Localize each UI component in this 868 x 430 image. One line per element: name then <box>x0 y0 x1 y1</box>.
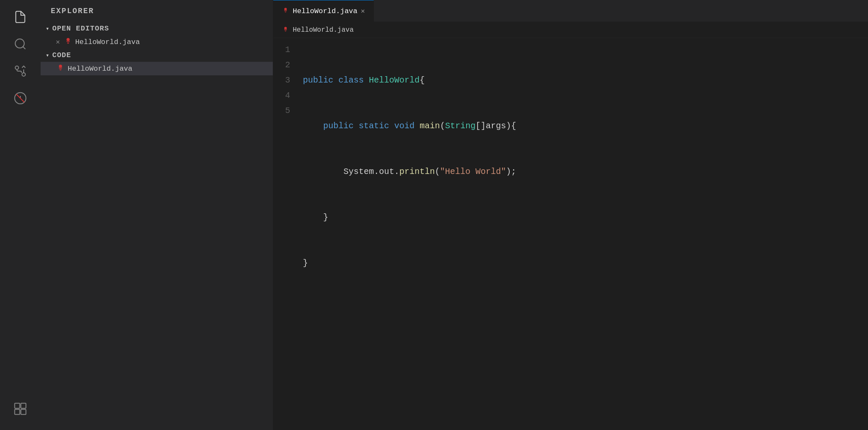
code-section[interactable]: ▾ CODE <box>41 49 273 62</box>
svg-rect-9 <box>15 403 20 408</box>
extensions-icon[interactable] <box>8 396 33 422</box>
code-line-3: System.out.println("Hello World"); <box>303 164 864 179</box>
svg-point-16 <box>284 27 287 29</box>
svg-point-3 <box>15 66 19 69</box>
source-control-icon[interactable] <box>8 58 33 84</box>
code-chevron: ▾ <box>46 52 49 59</box>
breadcrumb-java-icon <box>282 26 289 34</box>
tab-filename: HelloWorld.java <box>293 7 357 15</box>
open-editors-chevron: ▾ <box>46 25 49 32</box>
tab-java-icon <box>282 7 289 15</box>
svg-point-15 <box>284 8 287 11</box>
tab-bar: HelloWorld.java ✕ <box>273 0 868 22</box>
open-editor-filename: HelloWorld.java <box>75 38 140 46</box>
svg-line-8 <box>16 94 25 102</box>
line-numbers: 1 2 3 4 5 <box>273 42 299 430</box>
svg-point-13 <box>66 38 69 41</box>
editor-tab-helloworldjava[interactable]: HelloWorld.java ✕ <box>273 0 374 22</box>
open-editor-helloworldjava[interactable]: ✕ HelloWorld.java <box>41 35 273 49</box>
svg-point-14 <box>59 65 62 68</box>
code-file-filename: HelloWorld.java <box>68 65 132 73</box>
editor-area: HelloWorld.java ✕ HelloWorld.java 1 2 3 … <box>273 0 868 430</box>
svg-point-2 <box>22 73 25 76</box>
search-icon[interactable] <box>8 31 33 57</box>
sidebar: EXPLORER ▾ OPEN EDITORS ✕ HelloWorld.jav… <box>41 0 273 430</box>
activity-bar <box>0 0 41 430</box>
java-file-icon <box>63 37 73 47</box>
svg-rect-12 <box>21 409 26 414</box>
code-editor[interactable]: 1 2 3 4 5 public class HelloWorld{ publi… <box>273 38 868 430</box>
svg-rect-10 <box>21 403 26 408</box>
code-content[interactable]: public class HelloWorld{ public static v… <box>299 42 868 430</box>
code-line-1: public class HelloWorld{ <box>303 73 864 88</box>
svg-point-0 <box>15 39 24 48</box>
open-editors-section[interactable]: ▾ OPEN EDITORS <box>41 22 273 35</box>
open-editors-label: OPEN EDITORS <box>52 25 109 33</box>
svg-rect-11 <box>15 409 20 414</box>
sidebar-title: EXPLORER <box>41 0 273 22</box>
java-file-icon-2 <box>56 64 65 73</box>
code-section-label: CODE <box>52 51 71 59</box>
code-line-5: } <box>303 256 864 271</box>
tab-close-button[interactable]: ✕ <box>361 7 365 15</box>
breadcrumb: HelloWorld.java <box>273 22 868 38</box>
svg-line-1 <box>23 47 25 49</box>
code-line-2: public static void main(String[]args){ <box>303 119 864 134</box>
code-file-helloworldjava[interactable]: HelloWorld.java <box>41 62 273 75</box>
explorer-icon[interactable] <box>8 4 33 30</box>
debug-icon[interactable] <box>8 85 33 111</box>
breadcrumb-filename: HelloWorld.java <box>293 26 354 34</box>
close-icon[interactable]: ✕ <box>56 38 60 46</box>
code-line-4: } <box>303 210 864 225</box>
